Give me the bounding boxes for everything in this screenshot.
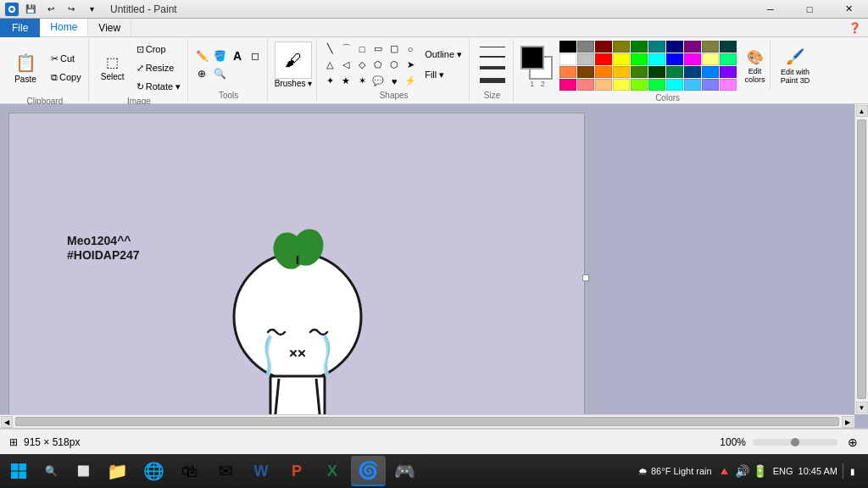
color-swatch-26[interactable] <box>666 66 683 78</box>
cut-btn[interactable]: ✂ Cut <box>47 50 85 67</box>
paint3d-btn[interactable]: 🖌️ Edit withPaint 3D <box>774 41 816 92</box>
color-swatch-8[interactable] <box>702 41 719 53</box>
scroll-left-btn[interactable]: ◀ <box>1 416 13 428</box>
edit-colors-btn[interactable]: 🎨 Editcolors <box>740 41 771 92</box>
color-swatch-36[interactable] <box>666 79 683 91</box>
color-swatch-6[interactable] <box>666 41 683 53</box>
zoom-thumb[interactable] <box>791 438 799 446</box>
color-swatch-39[interactable] <box>720 79 737 91</box>
maximize-btn[interactable]: □ <box>790 0 829 19</box>
scroll-down-btn[interactable]: ▼ <box>856 402 868 413</box>
tab-file[interactable]: File <box>0 19 40 37</box>
taskbar-app2[interactable]: 🎮 <box>387 456 422 486</box>
shape-arrow[interactable]: ➤ <box>403 58 418 73</box>
color-swatch-13[interactable] <box>613 53 630 65</box>
picker-tool[interactable]: ⊕ <box>193 65 210 82</box>
color-swatch-25[interactable] <box>648 66 665 78</box>
tab-view[interactable]: View <box>88 19 131 36</box>
scroll-right-btn[interactable]: ▶ <box>842 416 854 428</box>
start-btn[interactable] <box>3 456 34 486</box>
shape-ellipse[interactable]: ○ <box>403 42 418 57</box>
shape-line[interactable]: ╲ <box>322 42 337 57</box>
color-swatch-16[interactable] <box>666 53 683 65</box>
color-swatch-17[interactable] <box>684 53 701 65</box>
search-btn[interactable]: 🔍 <box>36 456 66 486</box>
color-swatch-9[interactable] <box>720 41 737 53</box>
tray-volume[interactable]: 🔊 <box>735 463 750 479</box>
color-swatch-31[interactable] <box>577 79 594 91</box>
weather-widget[interactable]: 🌧 86°F Light rain <box>638 466 712 476</box>
color-swatch-37[interactable] <box>684 79 701 91</box>
canvas-resize-right[interactable] <box>582 274 589 281</box>
taskbar-store[interactable]: 🛍 <box>173 456 207 486</box>
shape-star5[interactable]: ★ <box>338 74 353 89</box>
color-swatch-4[interactable] <box>631 41 648 53</box>
crop-btn[interactable]: ⊡ Crop <box>133 41 184 58</box>
shape-rtri[interactable]: ◁ <box>338 58 353 73</box>
fill-shapes-btn[interactable]: Fill ▾ <box>421 67 465 84</box>
shape-roundrect[interactable]: ▢ <box>387 42 402 57</box>
close-btn[interactable]: ✕ <box>829 0 868 19</box>
task-view-btn[interactable]: ⬜ <box>68 456 98 486</box>
outline-btn[interactable]: Outline ▾ <box>421 47 465 64</box>
color-swatch-14[interactable] <box>631 53 648 65</box>
shape-call[interactable]: 💬 <box>370 74 386 89</box>
color-swatch-10[interactable] <box>559 53 576 65</box>
shape-pent[interactable]: ⬠ <box>370 58 386 73</box>
minimize-btn[interactable]: ─ <box>751 0 790 19</box>
paste-btn[interactable]: 📋 Paste <box>5 41 46 95</box>
tray-battery[interactable]: 🔋 <box>753 463 768 479</box>
scroll-up-btn[interactable]: ▲ <box>856 105 868 117</box>
color-swatch-0[interactable] <box>559 41 576 53</box>
color-swatch-12[interactable] <box>595 53 612 65</box>
color-swatch-3[interactable] <box>613 41 630 53</box>
color-swatch-29[interactable] <box>720 66 737 78</box>
eraser-tool[interactable]: ◻ <box>247 47 264 64</box>
taskbar-ppt[interactable]: P <box>280 456 314 486</box>
taskbar-chrome[interactable]: 🌀 <box>351 456 386 486</box>
size-1px[interactable] <box>480 47 505 47</box>
color-swatch-24[interactable] <box>631 66 648 78</box>
shape-curve[interactable]: ⌒ <box>338 42 353 57</box>
text-tool[interactable]: A <box>229 47 246 64</box>
scrollbar-vertical[interactable]: ▲ ▼ <box>854 104 868 414</box>
color-swatch-19[interactable] <box>720 53 737 65</box>
shape-rect[interactable]: □ <box>354 42 370 57</box>
color-swatch-18[interactable] <box>702 53 719 65</box>
redo-qa-btn[interactable]: ↪ <box>63 1 80 18</box>
color-swatch-28[interactable] <box>702 66 719 78</box>
color-swatch-32[interactable] <box>595 79 612 91</box>
canvas-area[interactable]: Meo1204^^ #HOIDAP247 <box>0 104 868 428</box>
size-6px[interactable] <box>480 78 505 83</box>
shape-tri[interactable]: △ <box>322 58 337 73</box>
color-swatch-2[interactable] <box>595 41 612 53</box>
taskbar-mail[interactable]: ✉ <box>209 456 242 486</box>
shape-hex[interactable]: ⬡ <box>387 58 402 73</box>
color-swatch-33[interactable] <box>613 79 630 91</box>
color-swatch-38[interactable] <box>702 79 719 91</box>
zoom-in-btn[interactable]: ⊕ <box>844 434 861 451</box>
resize-btn[interactable]: ⤢ Resize <box>133 59 184 76</box>
scroll-thumb-v[interactable] <box>857 119 866 399</box>
shape-star4[interactable]: ✦ <box>322 74 337 89</box>
taskbar-file-explorer[interactable]: 📁 <box>100 456 135 486</box>
rotate-btn[interactable]: ↻ Rotate ▾ <box>133 78 184 95</box>
scroll-thumb-h[interactable] <box>15 417 839 426</box>
color-swatch-5[interactable] <box>648 41 665 53</box>
scrollbar-horizontal[interactable]: ◀ ▶ <box>0 414 854 428</box>
language-btn[interactable]: ENG <box>773 466 793 476</box>
fill-tool[interactable]: 🪣 <box>211 47 228 64</box>
zoom-slider[interactable] <box>753 439 837 446</box>
color-swatch-35[interactable] <box>648 79 665 91</box>
taskbar-edge[interactable]: 🌐 <box>136 456 171 486</box>
size-4px[interactable] <box>480 66 505 69</box>
tray-network[interactable]: 🔺 <box>717 463 732 479</box>
copy-btn[interactable]: ⧉ Copy <box>47 69 85 86</box>
brushes-btn[interactable]: 🖌 Brushes ▾ <box>275 42 312 88</box>
shape-heart[interactable]: ♥ <box>387 74 402 89</box>
shape-rect2[interactable]: ▭ <box>370 42 386 57</box>
color-swatch-34[interactable] <box>631 79 648 91</box>
color-swatch-20[interactable] <box>559 66 576 78</box>
clock-widget[interactable]: 10:45 AM <box>798 466 837 476</box>
color-swatch-11[interactable] <box>577 53 594 65</box>
